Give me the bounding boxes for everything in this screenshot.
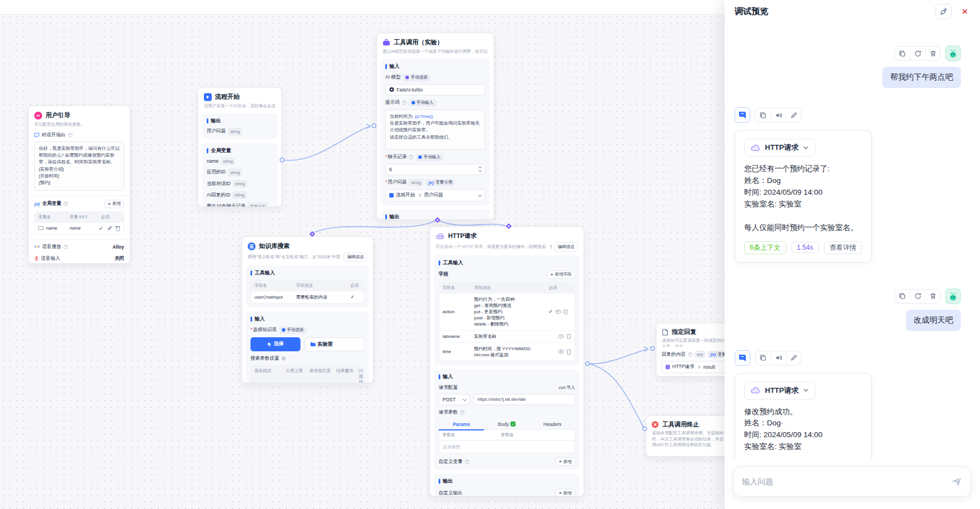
- source-node: HTTP请求: [672, 364, 694, 370]
- eye-icon[interactable]: [558, 334, 564, 338]
- context-count-badge[interactable]: 6条上下文: [744, 241, 786, 254]
- question-source-select[interactable]: 流程开始 用户问题: [385, 189, 485, 201]
- node-kb-search[interactable]: 知识库搜索 调用“语义检索”和“全文检索”能力，从“知识库”中查找实验室介绍和使…: [241, 236, 373, 383]
- global-row: 当前对话IDstring: [207, 180, 273, 187]
- send-icon[interactable]: [950, 476, 963, 487]
- input-section: 输入 AI 模型 手动选择 FastAI-turbo 提示词 手动输入 当前时间…: [381, 59, 490, 205]
- retry-button[interactable]: [910, 290, 925, 303]
- add-field-button[interactable]: 新增字段: [547, 270, 575, 279]
- dataset-chip[interactable]: 实验室: [305, 337, 365, 351]
- table-row[interactable]: userChatInput 需要检索的内容 ✓: [251, 291, 364, 303]
- node-tool-call[interactable]: 工具调用（实验） 通过AI模型自动选择一个或多个功能块进行调用，也可以对插件进行…: [376, 33, 494, 220]
- close-button[interactable]: [956, 4, 973, 19]
- help-icon[interactable]: [460, 410, 464, 415]
- append-param-placeholder[interactable]: 追加参数: [439, 441, 575, 453]
- help-icon[interactable]: [409, 155, 413, 159]
- retry-button[interactable]: [910, 47, 925, 60]
- copy-button[interactable]: [755, 351, 771, 365]
- question-input[interactable]: [742, 477, 945, 486]
- edit-description-button[interactable]: 编辑描述: [344, 253, 367, 262]
- url-input[interactable]: https://dxbs7j.laf.dev/lab: [473, 394, 575, 405]
- dataset-label: 选择知识库: [250, 327, 277, 333]
- help-icon[interactable]: [402, 100, 407, 105]
- search-params-row[interactable]: 搜索参数设置: [250, 355, 364, 362]
- copy-button[interactable]: [895, 290, 910, 303]
- help-icon[interactable]: [68, 133, 72, 137]
- tab-headers[interactable]: Headers: [530, 419, 575, 430]
- tab-params[interactable]: Params: [439, 419, 484, 430]
- delete-button[interactable]: [925, 47, 940, 60]
- tts-play-button[interactable]: [771, 108, 786, 122]
- search-params-label: 搜索参数设置: [250, 355, 279, 362]
- node-http-request[interactable]: HTTP HTTP请求 可以发出一个 HTTP 请求，实现更为复杂的操作（联网搜…: [430, 226, 584, 497]
- chat-bubble-icon: [34, 132, 39, 137]
- user-message-bubble[interactable]: 帮我约下午两点吧: [882, 67, 961, 88]
- prompt-textarea[interactable]: 当前时间为: {{cTime}} 你是实验室助手，用户可能会询问实验室相关介绍或…: [385, 109, 485, 150]
- node-user-guide[interactable]: 用户引导 可以配置应用的系统参数。 对话开场白 你好，我是实验室助手，请问有什么…: [28, 106, 130, 264]
- stt-value: 关闭: [115, 255, 124, 262]
- ai-avatar-icon: [737, 110, 747, 120]
- help-icon[interactable]: [465, 460, 470, 464]
- stt-row[interactable]: 语音输入 关闭: [29, 255, 130, 262]
- add-variable-button[interactable]: 新增: [104, 200, 124, 208]
- method-select[interactable]: POST: [439, 394, 470, 405]
- welcome-textarea[interactable]: 你好，我是实验室助手，请问有什么可以帮助你的么? 如需预约或修改预约实验室，请提…: [34, 141, 124, 191]
- table-row[interactable]: time 预约时间，按 YYYY/MM/DD HH:mm 格式返回: [439, 342, 575, 361]
- col-var-key: 变量 KEY: [70, 214, 99, 220]
- delete-icon[interactable]: [566, 349, 571, 355]
- edit-description-button[interactable]: 编辑描述: [554, 242, 578, 251]
- http-mini-icon: [666, 365, 670, 369]
- delete-icon[interactable]: [563, 309, 568, 314]
- stt-label: 语音输入: [41, 255, 60, 262]
- table-row[interactable]: action 预约行为，一共四种: get - 查询预约情况 put - 更新预…: [439, 293, 575, 330]
- node-flow-start[interactable]: 流程开始 当用户发送一个内容后，流程将会从这个模块开始执行。 输出 用户问题 s…: [198, 87, 282, 207]
- copy-button[interactable]: [895, 47, 910, 60]
- node-title: 工具调用终止: [662, 420, 699, 429]
- ai-avatar: [735, 107, 750, 123]
- eye-icon[interactable]: [555, 310, 561, 314]
- edit-button[interactable]: [786, 351, 801, 365]
- prompt-label: 提示词: [385, 99, 400, 106]
- delete-button[interactable]: [925, 290, 940, 303]
- delete-icon[interactable]: [115, 226, 120, 231]
- tts-row[interactable]: 语音播放 Alloy: [29, 244, 130, 250]
- help-icon[interactable]: [63, 245, 68, 249]
- col-var-name: 变量名: [38, 214, 67, 220]
- node-title: 工具调用（实验）: [394, 38, 443, 47]
- tool-call-pill[interactable]: HTTP请求: [744, 382, 815, 400]
- add-output-button[interactable]: 新增: [555, 489, 575, 497]
- help-icon[interactable]: [688, 352, 692, 357]
- help-icon[interactable]: [63, 201, 68, 206]
- question-row: 用户问题 string {x}变量引用: [385, 179, 485, 186]
- add-custom-var-button[interactable]: 新增: [555, 457, 575, 466]
- node-title: 指定回复: [672, 328, 696, 336]
- chat-history[interactable]: 帮我约下午两点吧 HTTP请求 您已经有一个预约记录了: 姓名：Dog 时间: …: [724, 23, 980, 460]
- tool-call-pill[interactable]: HTTP请求: [744, 139, 815, 157]
- delete-icon[interactable]: [566, 333, 571, 339]
- eye-icon[interactable]: [558, 350, 564, 354]
- view-details-button[interactable]: 查看详情: [824, 241, 862, 254]
- clear-history-button[interactable]: [935, 4, 952, 19]
- ai-message-toolbar: [735, 107, 961, 123]
- curl-import-button[interactable]: curl 导入: [559, 385, 575, 391]
- copy-button[interactable]: [755, 108, 771, 122]
- user-message-bubble[interactable]: 改成明天吧: [906, 310, 961, 331]
- tab-body[interactable]: Body: [484, 419, 530, 430]
- divider: [29, 195, 130, 196]
- select-dataset-button[interactable]: 选择: [250, 337, 300, 351]
- tool-input-section: 工具输入 字段名 字段描述 必须 userChatInput 需要检索的内容 ✓: [246, 265, 369, 308]
- welcome-row: 对话开场白: [29, 132, 130, 139]
- model-select[interactable]: FastAI-turbo: [385, 84, 485, 95]
- number-stepper[interactable]: [479, 167, 481, 172]
- reply-content-label: 回复的内容: [662, 351, 686, 358]
- tts-play-button[interactable]: [771, 351, 786, 365]
- table-row[interactable]: labname 实验室名称: [439, 330, 575, 342]
- edit-button[interactable]: [786, 108, 801, 122]
- type-tag: string: [233, 191, 247, 199]
- table-row[interactable]: name name ✓: [35, 222, 124, 234]
- globals-label: 全局变量: [207, 147, 273, 154]
- edit-icon[interactable]: [108, 226, 113, 231]
- history-count-input[interactable]: 6: [385, 164, 485, 175]
- panel-title: 调试预览: [735, 6, 931, 17]
- gear-icon[interactable]: [281, 356, 286, 361]
